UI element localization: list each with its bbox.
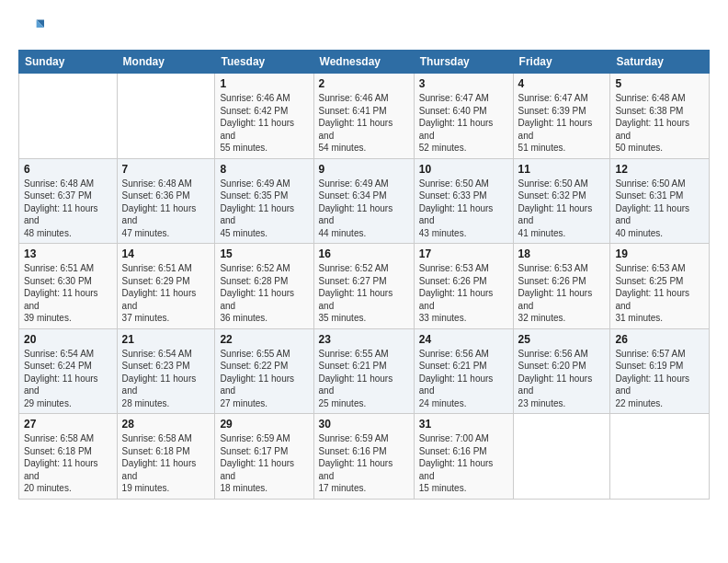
day-number: 9 xyxy=(319,163,409,176)
calendar-cell: 20Sunrise: 6:54 AMSunset: 6:24 PMDayligh… xyxy=(19,328,118,414)
calendar-cell: 30Sunrise: 6:59 AMSunset: 6:16 PMDayligh… xyxy=(313,414,414,500)
calendar-cell: 4Sunrise: 6:47 AMSunset: 6:39 PMDaylight… xyxy=(513,74,610,159)
calendar-cell: 19Sunrise: 6:53 AMSunset: 6:25 PMDayligh… xyxy=(610,244,710,329)
calendar-day-header: Friday xyxy=(513,51,610,74)
day-number: 1 xyxy=(220,77,308,90)
day-number: 18 xyxy=(518,247,606,260)
logo xyxy=(18,15,48,40)
day-info: Sunrise: 6:52 AMSunset: 6:28 PMDaylight:… xyxy=(220,262,308,325)
calendar-cell: 10Sunrise: 6:50 AMSunset: 6:33 PMDayligh… xyxy=(414,158,513,244)
day-info: Sunrise: 6:50 AMSunset: 6:31 PMDaylight:… xyxy=(615,178,704,240)
calendar-day-header: Saturday xyxy=(610,51,710,74)
day-number: 3 xyxy=(419,77,508,90)
calendar-cell: 5Sunrise: 6:48 AMSunset: 6:38 PMDaylight… xyxy=(610,74,710,159)
calendar-cell: 8Sunrise: 6:49 AMSunset: 6:35 PMDaylight… xyxy=(215,158,313,244)
day-number: 21 xyxy=(122,333,210,346)
day-info: Sunrise: 6:55 AMSunset: 6:22 PMDaylight:… xyxy=(220,348,308,410)
day-number: 25 xyxy=(518,333,606,346)
calendar-cell: 21Sunrise: 6:54 AMSunset: 6:23 PMDayligh… xyxy=(117,328,215,414)
day-number: 16 xyxy=(319,247,409,260)
day-info: Sunrise: 6:47 AMSunset: 6:40 PMDaylight:… xyxy=(419,92,508,155)
day-info: Sunrise: 6:49 AMSunset: 6:35 PMDaylight:… xyxy=(220,178,308,240)
day-info: Sunrise: 6:54 AMSunset: 6:24 PMDaylight:… xyxy=(24,348,112,410)
day-info: Sunrise: 6:49 AMSunset: 6:34 PMDaylight:… xyxy=(319,178,409,240)
day-number: 10 xyxy=(419,163,508,176)
day-number: 29 xyxy=(220,418,308,431)
calendar-day-header: Monday xyxy=(117,51,215,74)
day-info: Sunrise: 6:53 AMSunset: 6:26 PMDaylight:… xyxy=(419,262,508,325)
day-number: 2 xyxy=(319,77,409,90)
day-info: Sunrise: 6:51 AMSunset: 6:29 PMDaylight:… xyxy=(122,262,210,325)
day-info: Sunrise: 7:00 AMSunset: 6:16 PMDaylight:… xyxy=(419,432,508,495)
calendar-day-header: Wednesday xyxy=(313,51,414,74)
calendar-cell: 25Sunrise: 6:56 AMSunset: 6:20 PMDayligh… xyxy=(513,328,610,414)
calendar-cell: 29Sunrise: 6:59 AMSunset: 6:17 PMDayligh… xyxy=(215,414,313,500)
day-number: 8 xyxy=(220,163,308,176)
calendar-cell: 23Sunrise: 6:55 AMSunset: 6:21 PMDayligh… xyxy=(313,328,414,414)
day-info: Sunrise: 6:59 AMSunset: 6:16 PMDaylight:… xyxy=(319,432,409,495)
calendar-cell: 27Sunrise: 6:58 AMSunset: 6:18 PMDayligh… xyxy=(19,414,118,500)
calendar-cell: 22Sunrise: 6:55 AMSunset: 6:22 PMDayligh… xyxy=(215,328,313,414)
calendar-cell: 31Sunrise: 7:00 AMSunset: 6:16 PMDayligh… xyxy=(414,414,513,500)
calendar-cell: 2Sunrise: 6:46 AMSunset: 6:41 PMDaylight… xyxy=(313,74,414,159)
header xyxy=(18,15,710,40)
day-number: 5 xyxy=(615,77,704,90)
day-info: Sunrise: 6:50 AMSunset: 6:33 PMDaylight:… xyxy=(419,178,508,240)
day-info: Sunrise: 6:58 AMSunset: 6:18 PMDaylight:… xyxy=(24,432,112,495)
calendar-cell: 26Sunrise: 6:57 AMSunset: 6:19 PMDayligh… xyxy=(610,328,710,414)
calendar-cell: 3Sunrise: 6:47 AMSunset: 6:40 PMDaylight… xyxy=(414,74,513,159)
day-info: Sunrise: 6:52 AMSunset: 6:27 PMDaylight:… xyxy=(319,262,409,325)
day-info: Sunrise: 6:56 AMSunset: 6:21 PMDaylight:… xyxy=(419,348,508,410)
calendar-cell: 28Sunrise: 6:58 AMSunset: 6:18 PMDayligh… xyxy=(117,414,215,500)
day-info: Sunrise: 6:48 AMSunset: 6:36 PMDaylight:… xyxy=(122,178,210,240)
day-number: 4 xyxy=(518,77,606,90)
calendar-cell: 16Sunrise: 6:52 AMSunset: 6:27 PMDayligh… xyxy=(313,244,414,329)
calendar-cell xyxy=(610,414,710,500)
day-info: Sunrise: 6:56 AMSunset: 6:20 PMDaylight:… xyxy=(518,348,606,410)
calendar-header-row: SundayMondayTuesdayWednesdayThursdayFrid… xyxy=(19,51,710,74)
day-info: Sunrise: 6:47 AMSunset: 6:39 PMDaylight:… xyxy=(518,92,606,155)
day-number: 26 xyxy=(615,333,704,346)
calendar-week-row: 1Sunrise: 6:46 AMSunset: 6:42 PMDaylight… xyxy=(19,74,710,159)
day-number: 27 xyxy=(24,418,112,431)
calendar-cell: 6Sunrise: 6:48 AMSunset: 6:37 PMDaylight… xyxy=(19,158,118,244)
day-info: Sunrise: 6:57 AMSunset: 6:19 PMDaylight:… xyxy=(615,348,704,410)
day-info: Sunrise: 6:48 AMSunset: 6:38 PMDaylight:… xyxy=(615,92,704,155)
page: SundayMondayTuesdayWednesdayThursdayFrid… xyxy=(0,0,728,563)
day-number: 15 xyxy=(220,247,308,260)
calendar-day-header: Thursday xyxy=(414,51,513,74)
day-number: 30 xyxy=(319,418,409,431)
calendar-week-row: 6Sunrise: 6:48 AMSunset: 6:37 PMDaylight… xyxy=(19,158,710,244)
day-number: 22 xyxy=(220,333,308,346)
day-number: 14 xyxy=(122,247,210,260)
calendar-cell: 18Sunrise: 6:53 AMSunset: 6:26 PMDayligh… xyxy=(513,244,610,329)
calendar-cell: 17Sunrise: 6:53 AMSunset: 6:26 PMDayligh… xyxy=(414,244,513,329)
calendar-cell xyxy=(19,74,118,159)
day-number: 12 xyxy=(615,163,704,176)
calendar-day-header: Tuesday xyxy=(215,51,313,74)
calendar-week-row: 27Sunrise: 6:58 AMSunset: 6:18 PMDayligh… xyxy=(19,414,710,500)
day-info: Sunrise: 6:58 AMSunset: 6:18 PMDaylight:… xyxy=(122,432,210,495)
day-number: 23 xyxy=(319,333,409,346)
calendar-cell xyxy=(117,74,215,159)
day-info: Sunrise: 6:46 AMSunset: 6:42 PMDaylight:… xyxy=(220,92,308,155)
calendar-cell: 9Sunrise: 6:49 AMSunset: 6:34 PMDaylight… xyxy=(313,158,414,244)
day-number: 28 xyxy=(122,418,210,431)
calendar-cell: 11Sunrise: 6:50 AMSunset: 6:32 PMDayligh… xyxy=(513,158,610,244)
day-number: 19 xyxy=(615,247,704,260)
day-info: Sunrise: 6:54 AMSunset: 6:23 PMDaylight:… xyxy=(122,348,210,410)
calendar-table: SundayMondayTuesdayWednesdayThursdayFrid… xyxy=(18,50,710,500)
calendar-cell: 13Sunrise: 6:51 AMSunset: 6:30 PMDayligh… xyxy=(19,244,118,329)
day-number: 31 xyxy=(419,418,508,431)
calendar-cell: 14Sunrise: 6:51 AMSunset: 6:29 PMDayligh… xyxy=(117,244,215,329)
day-info: Sunrise: 6:59 AMSunset: 6:17 PMDaylight:… xyxy=(220,432,308,495)
day-info: Sunrise: 6:46 AMSunset: 6:41 PMDaylight:… xyxy=(319,92,409,155)
day-number: 11 xyxy=(518,163,606,176)
day-info: Sunrise: 6:50 AMSunset: 6:32 PMDaylight:… xyxy=(518,178,606,240)
calendar-cell: 7Sunrise: 6:48 AMSunset: 6:36 PMDaylight… xyxy=(117,158,215,244)
calendar-cell: 1Sunrise: 6:46 AMSunset: 6:42 PMDaylight… xyxy=(215,74,313,159)
logo-icon xyxy=(18,15,44,40)
calendar-cell xyxy=(513,414,610,500)
calendar-week-row: 13Sunrise: 6:51 AMSunset: 6:30 PMDayligh… xyxy=(19,244,710,329)
calendar-cell: 12Sunrise: 6:50 AMSunset: 6:31 PMDayligh… xyxy=(610,158,710,244)
